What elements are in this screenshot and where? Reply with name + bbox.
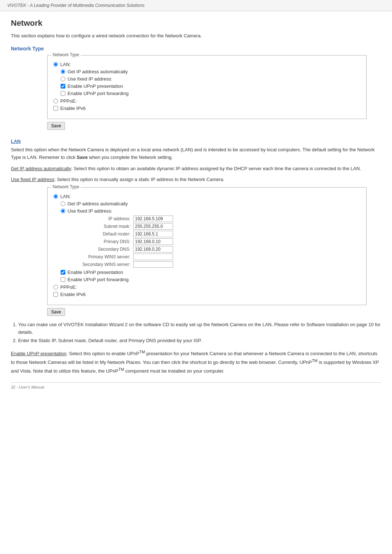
enable-ipv6-row: Enable IPv6 bbox=[53, 106, 360, 111]
subnet-mask-input[interactable] bbox=[133, 223, 173, 230]
pppoe-radio-2[interactable] bbox=[53, 285, 58, 290]
secondary-wins-field-row: Secondary WINS server: bbox=[75, 261, 360, 268]
network-box-1-title: Network Type bbox=[51, 52, 81, 57]
network-type-box-1: Network Type LAN: Get IP address automat… bbox=[47, 55, 367, 119]
pppoe-radio-row: PPPoE: bbox=[53, 98, 360, 104]
get-ip-link: Get IP address automatically bbox=[11, 166, 71, 171]
ip-address-label: IP address: bbox=[75, 216, 133, 221]
primary-dns-field-row: Primary DNS: bbox=[75, 238, 360, 245]
enable-upnp-port-row-2: Enable UPnP port forwarding bbox=[61, 277, 360, 282]
page-footer-text: 32 - User's Manual bbox=[11, 385, 44, 389]
secondary-wins-label: Secondary WINS server: bbox=[75, 262, 133, 267]
use-fixed-link: Use fixed IP address bbox=[11, 177, 54, 182]
get-ip-auto-radio[interactable] bbox=[61, 69, 65, 74]
ip-address-input[interactable] bbox=[133, 216, 173, 222]
get-ip-body: Get IP address automatically: Select thi… bbox=[11, 165, 381, 173]
lan-radio-label-2: LAN: bbox=[60, 194, 71, 199]
secondary-dns-label: Secondary DNS: bbox=[75, 247, 133, 252]
primary-wins-input[interactable] bbox=[133, 254, 173, 260]
pppoe-label-2: PPPoE: bbox=[60, 284, 77, 290]
get-ip-auto-row-2: Get IP address automatically bbox=[61, 201, 360, 206]
note-2: Enter the Static IP, Subnet mask, Defaul… bbox=[18, 337, 381, 345]
primary-dns-input[interactable] bbox=[133, 238, 173, 245]
lan-radio-row: LAN: bbox=[53, 62, 360, 67]
enable-ipv6-row-2: Enable IPv6 bbox=[53, 292, 360, 297]
lan-radio-row-2: LAN: bbox=[53, 194, 360, 199]
use-fixed-ip-row-2: Use fixed IP address: bbox=[61, 208, 360, 214]
subnet-mask-field-row: Subnet mask: bbox=[75, 223, 360, 230]
use-fixed-ip-radio-2[interactable] bbox=[61, 209, 65, 213]
secondary-dns-field-row: Secondary DNS: bbox=[75, 246, 360, 253]
save-button-1[interactable]: Save bbox=[47, 122, 65, 130]
subnet-mask-label: Subnet mask: bbox=[75, 224, 133, 229]
lan-radio-2[interactable] bbox=[53, 194, 58, 199]
header-tagline: VIVOTEK - A Leading Provider of Multimed… bbox=[7, 3, 144, 8]
enable-upnp-checkbox[interactable] bbox=[61, 84, 65, 89]
default-router-input[interactable] bbox=[133, 231, 173, 237]
ip-fields-table: IP address: Subnet mask: Default router:… bbox=[75, 216, 360, 268]
enable-upnp-label: Enable UPnP presentation bbox=[68, 83, 123, 89]
save-button-2[interactable]: Save bbox=[47, 308, 65, 316]
pppoe-label: PPPoE: bbox=[60, 98, 77, 104]
primary-wins-label: Primary WINS server: bbox=[75, 254, 133, 259]
get-ip-auto-radio-2[interactable] bbox=[61, 201, 65, 206]
use-fixed-ip-label-2: Use fixed IP address: bbox=[68, 208, 112, 214]
lan-radio[interactable] bbox=[53, 62, 58, 67]
enable-upnp-body: Enable UPnP presentation: Select this op… bbox=[11, 349, 381, 375]
use-fixed-ip-row: Use fixed IP address: bbox=[61, 76, 360, 82]
use-fixed-ip-radio[interactable] bbox=[61, 77, 65, 81]
use-fixed-ip-label: Use fixed IP address: bbox=[68, 76, 112, 82]
enable-upnp-port-row: Enable UPnP port forwarding bbox=[61, 91, 360, 96]
get-ip-auto-label: Get IP address automatically bbox=[68, 69, 128, 74]
page-title: Network bbox=[11, 19, 381, 28]
lan-radio-label: LAN: bbox=[60, 62, 71, 67]
network-type-heading: Network Type bbox=[11, 46, 381, 52]
save-bold: Save bbox=[77, 155, 87, 160]
lan-body1: Select this option when the Network Came… bbox=[11, 146, 381, 161]
enable-ipv6-label-2: Enable IPv6 bbox=[60, 292, 86, 297]
use-fixed-body: Use fixed IP address: Select this option… bbox=[11, 176, 381, 184]
primary-dns-label: Primary DNS: bbox=[75, 239, 133, 244]
primary-wins-field-row: Primary WINS server: bbox=[75, 254, 360, 260]
pppoe-radio[interactable] bbox=[53, 99, 58, 103]
secondary-wins-input[interactable] bbox=[133, 261, 173, 268]
intro-text: This section explains how to configure a… bbox=[11, 33, 381, 38]
get-ip-auto-row: Get IP address automatically bbox=[61, 69, 360, 74]
enable-upnp-checkbox-2[interactable] bbox=[61, 270, 65, 275]
enable-ipv6-checkbox-2[interactable] bbox=[53, 292, 58, 297]
network-type-box-2: Network Type LAN: Get IP address automat… bbox=[47, 187, 367, 305]
pppoe-radio-row-2: PPPoE: bbox=[53, 284, 360, 290]
page-footer: 32 - User's Manual bbox=[11, 382, 381, 389]
header: VIVOTEK - A Leading Provider of Multimed… bbox=[0, 0, 392, 11]
notes-list: You can make use of VIVOTEK Installation… bbox=[18, 321, 381, 344]
default-router-field-row: Default router: bbox=[75, 231, 360, 237]
network-box-2-title: Network Type bbox=[51, 184, 81, 189]
get-ip-auto-label-2: Get IP address automatically bbox=[68, 201, 128, 206]
enable-upnp-row-2: Enable UPnP presentation bbox=[61, 270, 360, 275]
enable-upnp-port-checkbox[interactable] bbox=[61, 91, 65, 96]
enable-ipv6-label: Enable IPv6 bbox=[60, 106, 86, 111]
enable-upnp-port-label-2: Enable UPnP port forwarding bbox=[68, 277, 128, 282]
ip-address-field-row: IP address: bbox=[75, 216, 360, 222]
secondary-dns-input[interactable] bbox=[133, 246, 173, 253]
enable-upnp-label-2: Enable UPnP presentation bbox=[68, 270, 123, 275]
enable-upnp-heading-link: Enable UPnP presentation bbox=[11, 351, 66, 356]
enable-upnp-port-checkbox-2[interactable] bbox=[61, 277, 65, 282]
enable-ipv6-checkbox[interactable] bbox=[53, 106, 58, 111]
lan-heading: LAN bbox=[11, 139, 381, 144]
enable-upnp-port-label: Enable UPnP port forwarding bbox=[68, 91, 128, 96]
note-1: You can make use of VIVOTEK Installation… bbox=[18, 321, 381, 336]
enable-upnp-row: Enable UPnP presentation bbox=[61, 83, 360, 89]
default-router-label: Default router: bbox=[75, 231, 133, 237]
